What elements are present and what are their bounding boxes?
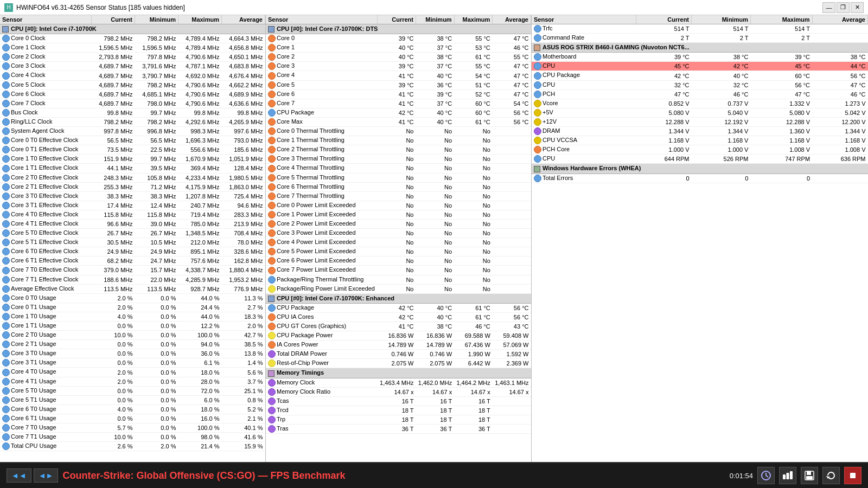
table-row[interactable]: IA Cores Power14.789 W14.789 W67.436 W57… (266, 341, 531, 350)
table-row[interactable]: Core 1 T1 Usage0.0 %0.0 %12.2 %2.0 % (0, 322, 265, 331)
table-row[interactable]: Trp18 T18 T18 T (266, 415, 531, 424)
table-row[interactable]: CPU Package Power16.836 W16.836 W69.588 … (266, 331, 531, 341)
table-row[interactable]: Core 5 T1 Effective Clock30.5 MHz10.5 MH… (0, 238, 265, 247)
table-row[interactable]: Tras36 T36 T36 T (266, 425, 531, 434)
table-row[interactable]: Core 3 T1 Usage0.0 %0.0 %6.1 %1.4 % (0, 358, 265, 368)
table-row[interactable]: Core 6 T1 Usage0.0 %0.0 %16.0 %2.1 % (0, 414, 265, 423)
table-row[interactable]: Core 3 Clock4,689.7 MHz3,791.6 MHz4,787.… (0, 62, 265, 71)
table-row[interactable]: Core 039 °C38 °C55 °C47 °C (266, 34, 531, 43)
table-row[interactable]: Core 3 Thermal ThrottlingNoNoNo (266, 155, 531, 164)
table-row[interactable]: Total Errors000 (532, 174, 868, 183)
maximize-button[interactable]: ❐ (837, 2, 850, 13)
table-row[interactable]: Bus Clock99.8 MHz99.7 MHz99.8 MHz99.8 MH… (0, 108, 265, 117)
table-row[interactable]: Tcas16 T16 T16 T (266, 396, 531, 406)
table-row[interactable]: Core 4 T0 Effective Clock115.8 MHz115.8 … (0, 210, 265, 219)
table-row[interactable]: Core 6 Clock4,689.7 MHz4,685.1 MHz4,790.… (0, 89, 265, 99)
table-row[interactable]: Core 339 °C37 °C55 °C47 °C (266, 62, 531, 71)
table-row[interactable]: CPU IA Cores42 °C40 °C61 °C56 °C (266, 312, 531, 322)
table-row[interactable]: Core 0 Clock798.2 MHz798.2 MHz4,789.4 MH… (0, 34, 265, 43)
table-row[interactable]: Core 6 T1 Effective Clock68.2 MHz24.7 MH… (0, 256, 265, 266)
table-row[interactable]: Core 2 T1 Usage0.0 %0.0 %94.0 %38.5 % (0, 340, 265, 349)
table-row[interactable]: Core 6 Power Limit ExceededNoNoNo (266, 256, 531, 266)
table-row[interactable]: Core 0 T0 Usage2.0 %0.0 %44.0 %11.3 % (0, 293, 265, 303)
minimize-button[interactable]: — (822, 2, 835, 13)
table-row[interactable]: Core 539 °C36 °C51 °C47 °C (266, 80, 531, 89)
table-row[interactable]: Core 641 °C39 °C52 °C47 °C (266, 89, 531, 99)
arrow-buttons[interactable]: ◄◄ ◄► (7, 468, 58, 483)
panel-2[interactable]: Sensor Current Minimum Maximum Average C… (266, 15, 532, 462)
table-row[interactable]: Core 1 Power Limit ExceededNoNoNo (266, 210, 531, 219)
table-row[interactable]: Vcore0.852 V0.737 V1.332 V1.273 V (532, 99, 868, 108)
table-row[interactable]: Core 6 Thermal ThrottlingNoNoNo (266, 182, 531, 191)
network-icon-button[interactable] (779, 467, 796, 484)
table-row[interactable]: DRAM1.344 V1.344 V1.360 V1.344 V (532, 127, 868, 136)
table-row[interactable]: Core 4 T0 Usage2.0 %0.0 %18.0 %5.6 % (0, 368, 265, 377)
window-controls[interactable]: — ❐ ✕ (822, 2, 864, 13)
table-row[interactable]: Core 1 T0 Effective Clock151.9 MHz99.7 M… (0, 155, 265, 164)
table-row[interactable]: Trfc514 T514 T514 T (532, 24, 868, 34)
table-row[interactable]: Core 6 T0 Effective Clock24.9 MHz24.9 MH… (0, 247, 265, 256)
table-row[interactable]: System Agent Clock997.8 MHz996.8 MHz998.… (0, 127, 265, 136)
table-row[interactable]: Package/Ring Power Limit ExceededNoNoNo (266, 284, 531, 293)
table-row[interactable]: Core 5 Thermal ThrottlingNoNoNo (266, 173, 531, 182)
table-row[interactable]: Core 5 T0 Usage0.0 %0.0 %72.0 %25.1 % (0, 386, 265, 395)
table-row[interactable]: CPU45 °C42 °C45 °C44 °C (532, 62, 868, 71)
table-row[interactable]: PCH Core1.000 V1.000 V1.008 V1.008 V (532, 145, 868, 155)
table-row[interactable]: Core 7 T1 Usage10.0 %0.0 %98.0 %41.6 % (0, 433, 265, 442)
table-row[interactable]: Core 741 °C37 °C60 °C54 °C (266, 99, 531, 108)
clock-icon-button[interactable] (757, 467, 775, 484)
table-row[interactable]: Core 2 T0 Usage10.0 %0.0 %100.0 %42.7 % (0, 331, 265, 340)
table-row[interactable]: Core 4 Thermal ThrottlingNoNoNo (266, 164, 531, 173)
table-row[interactable]: Core 5 T1 Usage0.0 %0.0 %6.0 %0.8 % (0, 395, 265, 404)
table-row[interactable]: Core 0 Thermal ThrottlingNoNoNo (266, 127, 531, 136)
table-row[interactable]: Core 441 °C40 °C54 °C47 °C (266, 71, 531, 80)
table-row[interactable]: Ring/LLC Clock798.2 MHz798.2 MHz4,292.6 … (0, 117, 265, 126)
table-row[interactable]: Core 5 Clock4,689.7 MHz798.2 MHz4,790.6 … (0, 80, 265, 89)
table-row[interactable]: Memory Clock1,463.4 MHz1,462.0 MHz1,464.… (266, 378, 531, 387)
table-row[interactable]: Core 4 Clock4,689.7 MHz3,790.7 MHz4,692.… (0, 71, 265, 80)
table-row[interactable]: Core 7 T0 Effective Clock379.0 MHz15.7 M… (0, 266, 265, 275)
table-row[interactable]: CPU VCCSA1.168 V1.168 V1.168 V1.168 V (532, 136, 868, 145)
panel-1[interactable]: Sensor Current Minimum Maximum Average C… (0, 15, 266, 462)
table-row[interactable]: Core 140 °C37 °C53 °C46 °C (266, 43, 531, 53)
table-row[interactable]: CPU Package42 °C40 °C60 °C56 °C (532, 71, 868, 80)
table-row[interactable]: Core 3 Power Limit ExceededNoNoNo (266, 229, 531, 238)
table-row[interactable]: PCH47 °C46 °C47 °C46 °C (532, 89, 868, 99)
table-row[interactable]: Core Max41 °C40 °C61 °C56 °C (266, 117, 531, 126)
table-row[interactable]: CPU GT Cores (Graphics)41 °C38 °C46 °C43… (266, 322, 531, 331)
table-row[interactable]: Core 2 Clock2,793.8 MHz797.8 MHz4,790.6 … (0, 53, 265, 62)
table-row[interactable]: Core 3 T1 Effective Clock17.4 MHz12.4 MH… (0, 201, 265, 210)
table-row[interactable]: Core 4 T1 Effective Clock96.6 MHz39.0 MH… (0, 219, 265, 228)
table-row[interactable]: Core 0 Power Limit ExceededNoNoNo (266, 201, 531, 210)
table-row[interactable]: Rest-of-Chip Power2.075 W2.075 W6.442 W2… (266, 359, 531, 368)
table-row[interactable]: Core 3 T0 Usage0.0 %0.0 %36.0 %13.8 % (0, 349, 265, 358)
table-row[interactable]: Core 0 T1 Usage2.0 %0.0 %24.4 %2.7 % (0, 303, 265, 312)
table-row[interactable]: Core 1 T1 Effective Clock44.1 MHz39.5 MH… (0, 164, 265, 173)
table-row[interactable]: Core 5 Power Limit ExceededNoNoNo (266, 247, 531, 256)
table-row[interactable]: Core 7 T1 Effective Clock188.6 MHz22.0 M… (0, 275, 265, 284)
table-row[interactable]: Core 5 T0 Effective Clock26.7 MHz26.7 MH… (0, 229, 265, 238)
table-row[interactable]: Core 7 T0 Usage5.7 %0.0 %100.0 %40.1 % (0, 423, 265, 433)
table-row[interactable]: Core 7 Clock4,689.7 MHz798.0 MHz4,790.6 … (0, 99, 265, 108)
table-row[interactable]: Motherboard39 °C38 °C39 °C38 °C (532, 53, 868, 62)
table-row[interactable]: Core 2 Power Limit ExceededNoNoNo (266, 219, 531, 228)
table-row[interactable]: Total DRAM Power0.746 W0.746 W1.990 W1.5… (266, 350, 531, 359)
table-row[interactable]: Memory Clock Ratio14.67 x14.67 x14.67 x1… (266, 387, 531, 396)
table-row[interactable]: Core 1 Thermal ThrottlingNoNoNo (266, 136, 531, 145)
table-row[interactable]: +12V12.288 V12.192 V12.288 V12.200 V (532, 117, 868, 126)
table-row[interactable]: Core 1 Clock1,596.5 MHz1,596.5 MHz4,789.… (0, 43, 265, 53)
table-row[interactable]: Core 2 T0 Effective Clock248.3 MHz105.8 … (0, 173, 265, 182)
next-button[interactable]: ◄► (34, 468, 59, 483)
panel-3[interactable]: Sensor Current Minimum Maximum Average T… (532, 15, 868, 462)
table-row[interactable]: CPU32 °C32 °C56 °C47 °C (532, 80, 868, 89)
table-row[interactable]: Trcd18 T18 T18 T (266, 406, 531, 415)
stop-icon-button[interactable] (844, 467, 861, 484)
table-row[interactable]: Core 6 T0 Usage4.0 %0.0 %18.0 %5.2 % (0, 404, 265, 414)
table-row[interactable]: Core 4 Power Limit ExceededNoNoNo (266, 238, 531, 247)
table-row[interactable]: Package/Ring Thermal ThrottlingNoNoNo (266, 275, 531, 284)
refresh-icon-button[interactable] (822, 467, 840, 484)
save-icon-button[interactable] (801, 467, 818, 484)
table-row[interactable]: Core 3 T0 Effective Clock38.3 MHz38.3 MH… (0, 191, 265, 201)
table-row[interactable]: Average Effective Clock113.5 MHz113.5 MH… (0, 284, 265, 293)
table-row[interactable]: Core 4 T1 Usage2.0 %0.0 %28.0 %3.7 % (0, 377, 265, 386)
